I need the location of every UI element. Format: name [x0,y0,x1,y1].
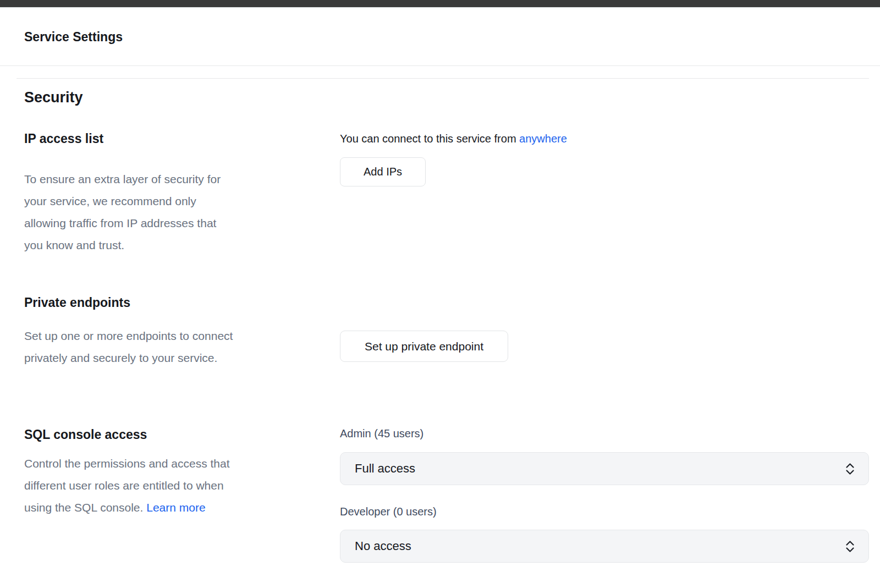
private-endpoints-left: Private endpoints Set up one or more end… [24,295,340,369]
private-endpoints-description: Set up one or more endpoints to connect … [24,325,340,369]
settings-content: Security IP access list To ensure an ext… [0,78,880,563]
browser-window-bar [0,0,880,8]
ip-access-list-row: IP access list To ensure an extra layer … [24,131,869,256]
section-top-divider [16,78,869,79]
page-title: Service Settings [24,30,123,45]
ip-access-list-left: IP access list To ensure an extra layer … [24,131,340,256]
learn-more-link[interactable]: Learn more [146,501,205,514]
admin-access-select[interactable]: Full access [340,452,869,485]
sql-console-access-description: Control the permissions and access that … [24,453,340,519]
select-up-down-chevron-icon [845,539,855,554]
connect-from-status: You can connect to this service from any… [340,131,869,146]
add-ips-button[interactable]: Add IPs [340,157,426,186]
developer-access-select[interactable]: No access [340,530,869,563]
security-section-title: Security [24,89,869,106]
sql-console-access-right: Admin (45 users) Full access Developer (… [340,427,869,563]
ip-access-list-description: To ensure an extra layer of security for… [24,168,340,256]
private-endpoints-right: Set up private endpoint [340,295,869,362]
ip-access-list-right: You can connect to this service from any… [340,131,869,186]
sql-console-access-left: SQL console access Control the permissio… [24,427,340,519]
select-up-down-chevron-icon [845,461,855,476]
setup-private-endpoint-button[interactable]: Set up private endpoint [340,331,508,362]
developer-access-selected-value: No access [355,539,411,553]
anywhere-link[interactable]: anywhere [519,133,567,145]
ip-access-list-heading: IP access list [24,131,340,146]
sql-console-access-row: SQL console access Control the permissio… [24,427,869,563]
private-endpoints-row: Private endpoints Set up one or more end… [24,295,869,369]
private-endpoints-heading: Private endpoints [24,295,340,310]
sql-console-access-heading: SQL console access [24,427,340,442]
page-header: Service Settings [0,8,880,66]
admin-users-label: Admin (45 users) [340,427,869,439]
admin-access-selected-value: Full access [355,461,415,476]
developer-users-label: Developer (0 users) [340,505,869,518]
